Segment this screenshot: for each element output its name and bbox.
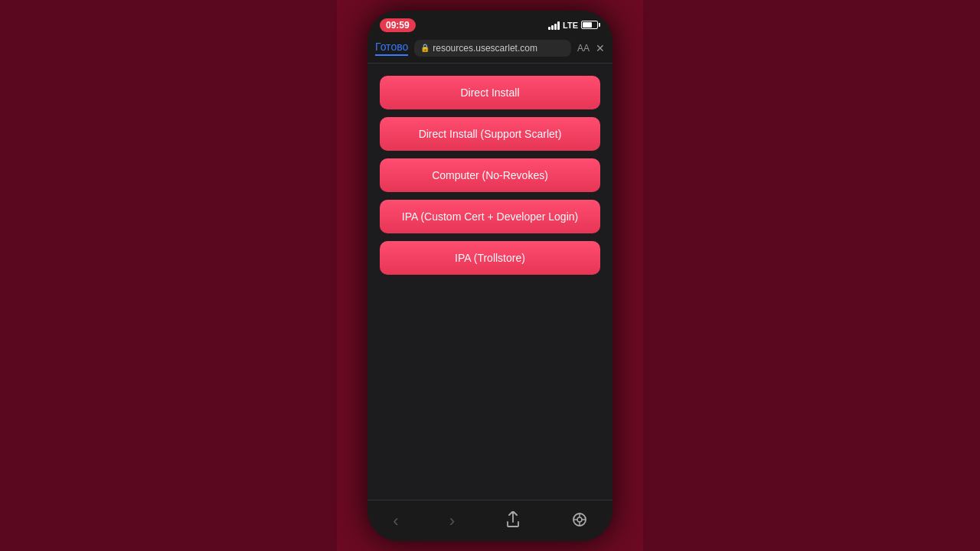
- bookmarks-button[interactable]: [563, 509, 596, 534]
- back-button[interactable]: ‹: [384, 508, 407, 534]
- status-icons: LTE: [548, 21, 600, 30]
- aa-button[interactable]: AA: [577, 43, 590, 54]
- background-right: [643, 0, 980, 551]
- ipa-trollstore-button[interactable]: IPA (Trollstore): [380, 241, 600, 275]
- forward-button[interactable]: ›: [440, 508, 464, 534]
- direct-install-support-button[interactable]: Direct Install (Support Scarlet): [380, 117, 600, 151]
- lte-label: LTE: [563, 21, 578, 30]
- status-bar: 09:59 LTE: [368, 11, 612, 37]
- background-left: [0, 0, 337, 551]
- computer-no-revokes-button[interactable]: Computer (No-Revokes): [380, 158, 600, 192]
- share-button[interactable]: [496, 508, 530, 535]
- browser-chrome: Готово 🔒 resources.usescarlet.com AA ✕: [368, 37, 612, 64]
- home-indicator: [368, 540, 612, 541]
- svg-point-1: [577, 517, 582, 522]
- phone-frame: 09:59 LTE Готово 🔒 resources.usescarl: [368, 11, 612, 541]
- signal-bars-icon: [548, 21, 560, 30]
- url-bar[interactable]: 🔒 resources.usescarlet.com: [414, 40, 571, 57]
- page-content: Direct Install Direct Install (Support S…: [368, 64, 612, 500]
- direct-install-button[interactable]: Direct Install: [380, 76, 600, 109]
- url-text: resources.usescarlet.com: [433, 43, 537, 54]
- bottom-toolbar: ‹ ›: [368, 500, 612, 540]
- lock-icon: 🔒: [420, 44, 430, 52]
- status-time: 09:59: [380, 18, 416, 32]
- gotovo-button[interactable]: Готово: [375, 41, 408, 56]
- battery-icon: [581, 21, 600, 29]
- browser-nav-bar: Готово 🔒 resources.usescarlet.com AA ✕: [368, 37, 612, 63]
- close-button[interactable]: ✕: [596, 42, 605, 54]
- ipa-custom-cert-button[interactable]: IPA (Custom Cert + Developer Login): [380, 200, 600, 233]
